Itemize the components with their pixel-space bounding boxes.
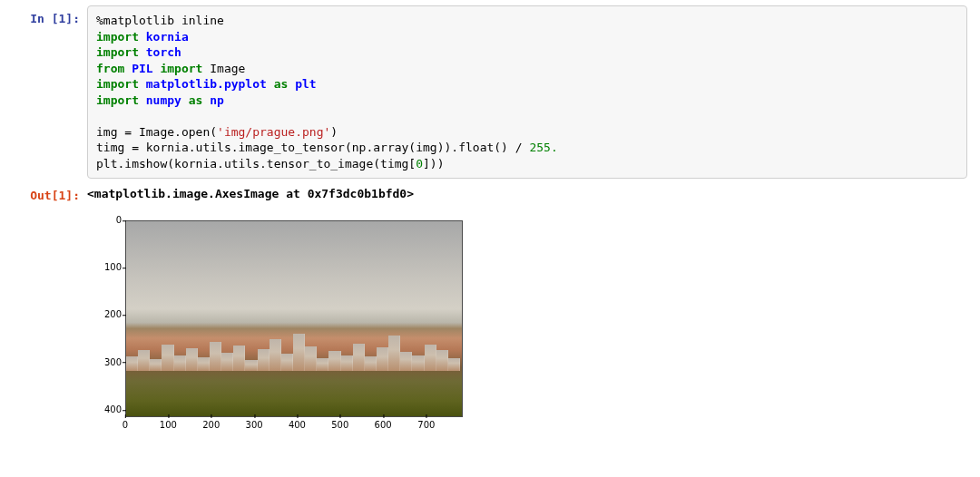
ytick-label: 100 <box>96 261 122 274</box>
output-display-1: 0 100 200 300 400 0 100 200 300 400 500 … <box>9 208 967 429</box>
output-cell-1: Out[1]: <matplotlib.image.AxesImage at 0… <box>9 182 967 204</box>
input-prompt: In [1]: <box>9 5 87 27</box>
input-cell-1: In [1]: %matplotlib inline import kornia… <box>9 5 967 179</box>
xtick-label: 700 <box>417 419 435 432</box>
ytick-label: 400 <box>96 404 122 416</box>
xtick-label: 500 <box>331 419 348 432</box>
xtick-label: 0 <box>122 419 128 432</box>
code-block: %matplotlib inline import kornia import … <box>96 13 958 171</box>
xtick-label: 200 <box>202 419 220 432</box>
xtick-label: 600 <box>375 419 392 432</box>
code-line: %matplotlib inline <box>96 14 224 27</box>
matplotlib-figure: 0 100 200 300 400 0 100 200 300 400 500 … <box>80 208 967 429</box>
output-repr-text: <matplotlib.image.AxesImage at 0x7f3dc0b… <box>87 182 967 202</box>
notebook-root: In [1]: %matplotlib inline import kornia… <box>0 0 980 477</box>
xtick-label: 300 <box>246 419 263 432</box>
axes: 0 100 200 300 400 0 100 200 300 400 500 … <box>96 220 468 429</box>
xtick-label: 400 <box>289 419 306 432</box>
output-prompt: Out[1]: <box>9 182 87 204</box>
ytick-label: 300 <box>96 356 122 369</box>
ytick-label: 0 <box>96 214 122 227</box>
code-editor-cell-1[interactable]: %matplotlib inline import kornia import … <box>87 5 967 179</box>
ytick-label: 200 <box>96 309 122 322</box>
image-detail-cityband <box>126 318 460 371</box>
xtick-label: 100 <box>160 419 177 432</box>
